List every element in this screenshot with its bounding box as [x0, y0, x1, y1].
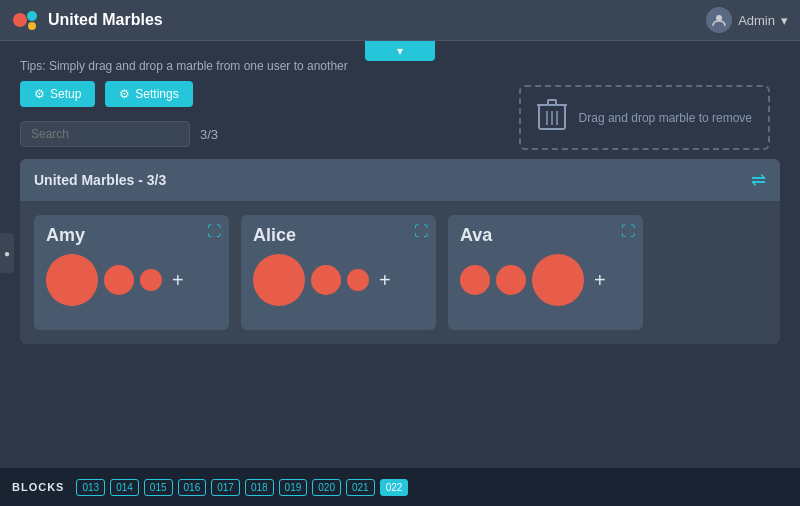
blocks-bar: BLOCKS 013014015016017018019020021022 — [0, 468, 800, 506]
group-sort-icon[interactable]: ⇌ — [751, 169, 766, 191]
header-left: United Marbles — [12, 6, 163, 34]
marble[interactable] — [46, 254, 98, 306]
settings-label: Settings — [135, 87, 178, 101]
admin-chevron-icon: ▾ — [781, 13, 788, 28]
admin-avatar-icon — [706, 7, 732, 33]
svg-point-3 — [716, 15, 722, 21]
header: United Marbles Admin ▾ — [0, 0, 800, 41]
svg-point-1 — [27, 11, 37, 21]
block-badge[interactable]: 015 — [144, 479, 173, 496]
block-badge[interactable]: 021 — [346, 479, 375, 496]
user-card[interactable]: ⛶Amy+ — [34, 215, 229, 330]
blocks-label: BLOCKS — [12, 481, 64, 493]
svg-point-2 — [28, 22, 36, 30]
svg-point-0 — [13, 13, 27, 27]
marbles-container: + — [46, 254, 217, 306]
setup-icon: ⚙ — [34, 87, 45, 101]
dropdown-arrow-icon: ▾ — [397, 44, 403, 58]
cards-row: ⛶Amy+⛶Alice+⛶Ava+ — [20, 201, 780, 344]
side-toggle[interactable]: ● — [0, 233, 14, 273]
marble[interactable] — [104, 265, 134, 295]
admin-menu[interactable]: Admin ▾ — [706, 7, 788, 33]
block-badge[interactable]: 014 — [110, 479, 139, 496]
card-expand-icon: ⛶ — [621, 223, 635, 239]
marble[interactable] — [311, 265, 341, 295]
user-card-name: Ava — [460, 225, 631, 246]
marbles-container: + — [460, 254, 631, 306]
app-title: United Marbles — [48, 11, 163, 29]
add-marble-button[interactable]: + — [594, 269, 606, 292]
search-input[interactable] — [20, 121, 190, 147]
group-header: United Marbles - 3/3 ⇌ — [20, 159, 780, 201]
block-badge[interactable]: 022 — [380, 479, 409, 496]
add-marble-button[interactable]: + — [172, 269, 184, 292]
marble[interactable] — [496, 265, 526, 295]
add-marble-button[interactable]: + — [379, 269, 391, 292]
block-badge[interactable]: 013 — [76, 479, 105, 496]
block-badge[interactable]: 016 — [178, 479, 207, 496]
main-content: Tips: Simply drag and drop a marble from… — [0, 41, 800, 354]
marble[interactable] — [460, 265, 490, 295]
trash-label: Drag and drop marble to remove — [579, 111, 752, 125]
block-badge[interactable]: 018 — [245, 479, 274, 496]
block-badge[interactable]: 017 — [211, 479, 240, 496]
user-card[interactable]: ⛶Ava+ — [448, 215, 643, 330]
search-count: 3/3 — [200, 127, 218, 142]
settings-icon: ⚙ — [119, 87, 130, 101]
user-card[interactable]: ⛶Alice+ — [241, 215, 436, 330]
user-card-name: Amy — [46, 225, 217, 246]
group-title: United Marbles - 3/3 — [34, 172, 166, 188]
setup-button[interactable]: ⚙ Setup — [20, 81, 95, 107]
block-badge[interactable]: 019 — [279, 479, 308, 496]
trash-drop-area: Drag and drop marble to remove — [519, 85, 770, 150]
marble[interactable] — [253, 254, 305, 306]
trash-icon — [537, 97, 567, 138]
settings-button[interactable]: ⚙ Settings — [105, 81, 192, 107]
side-toggle-icon: ● — [4, 248, 10, 259]
marbles-container: + — [253, 254, 424, 306]
marble[interactable] — [532, 254, 584, 306]
logo-icon — [12, 6, 40, 34]
block-badge[interactable]: 020 — [312, 479, 341, 496]
marble[interactable] — [140, 269, 162, 291]
card-expand-icon: ⛶ — [207, 223, 221, 239]
setup-label: Setup — [50, 87, 81, 101]
dropdown-tab[interactable]: ▾ — [365, 41, 435, 61]
group-panel: United Marbles - 3/3 ⇌ ⛶Amy+⛶Alice+⛶Ava+ — [20, 159, 780, 344]
marble[interactable] — [347, 269, 369, 291]
card-expand-icon: ⛶ — [414, 223, 428, 239]
admin-label: Admin — [738, 13, 775, 28]
user-card-name: Alice — [253, 225, 424, 246]
blocks-container: 013014015016017018019020021022 — [76, 479, 408, 496]
